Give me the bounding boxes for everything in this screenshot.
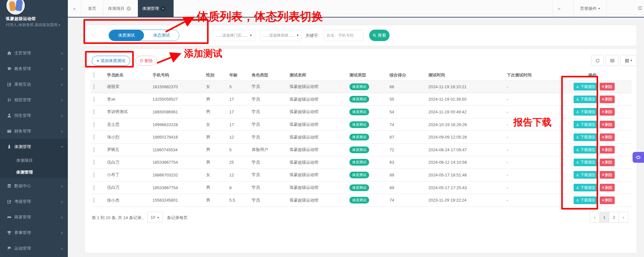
sidebar-item-user[interactable]: 招生管理‹ [0, 108, 68, 123]
prev-page-button[interactable]: ‹ [590, 212, 600, 223]
delete-row-button[interactable]: ×删除 [600, 146, 615, 153]
sidebar-item-person[interactable]: 体测管理‹ [0, 139, 68, 154]
chevron-left-icon: ‹ [61, 51, 63, 55]
cell-score: 63 [390, 160, 428, 165]
delete-row-button[interactable]: ×删除 [600, 159, 615, 166]
delete-row-button[interactable]: ×删除 [600, 171, 615, 179]
download-report-label: 下载报告 [580, 122, 596, 127]
cell-teacher: 弧蒙超级运动馆 [290, 109, 349, 115]
download-report-button[interactable]: 下载报告 [574, 96, 598, 103]
store-select[interactable]: ......请选择门店...... ▼ [213, 30, 255, 41]
test-type-badge: 体质测试 [349, 83, 369, 90]
sidebar-item-database[interactable]: 数据中心‹ [0, 178, 68, 194]
sidebar-menu: 主页管理‹教务管理‹家校互动‹校区管理‹招生管理‹财务管理‹体测管理‹体测项目体… [0, 45, 68, 256]
chevron-left-icon: ‹ [61, 246, 63, 251]
row-checkbox[interactable] [94, 96, 94, 102]
tabs-scroll-right-button[interactable]: » [553, 0, 565, 17]
tab-tice-manage[interactable]: 体测管理 × [138, 0, 174, 17]
download-report-button[interactable]: 下载报告 [574, 108, 598, 116]
sidebar-item-credit-card[interactable]: 财务管理‹ [0, 123, 68, 139]
download-report-button[interactable]: 下载报告 [574, 159, 598, 166]
table-columns-button[interactable]: ▼ [620, 55, 637, 66]
delete-row-button[interactable]: ×删除 [600, 196, 615, 204]
delete-row-button[interactable]: ×删除 [600, 96, 615, 103]
tab-home[interactable]: 首页 [81, 0, 104, 17]
tabs-scroll-left-button[interactable]: « [68, 0, 81, 17]
delete-row-button[interactable]: ×删除 [600, 133, 615, 141]
table-row: 张小烈18950178416男12学员弧蒙超级运动馆体质测试872024-09-… [90, 131, 632, 144]
search-button[interactable]: 搜索 [369, 30, 390, 41]
delete-row-button[interactable]: ×删除 [600, 121, 615, 128]
page-button-1[interactable]: 1 [599, 212, 609, 223]
download-report-button[interactable]: 下载报告 [574, 146, 598, 153]
delete-button-label: 删除 [145, 58, 153, 64]
cell-score: 74 [390, 198, 428, 203]
cell-next: - [507, 135, 574, 139]
download-report-button[interactable]: 下载报告 [574, 196, 598, 204]
sidebar-item-label: 招生管理 [14, 113, 31, 118]
add-tizhi-test-button[interactable]: + 添加体质测试 [92, 56, 130, 66]
row-checkbox[interactable] [94, 185, 94, 190]
refresh-icon [596, 59, 600, 63]
download-report-label: 下载报告 [580, 109, 596, 115]
sidebar-item-graduation-cap[interactable]: 教务管理‹ [0, 61, 68, 76]
sidebar-item-edit-square[interactable]: 家校互动‹ [0, 76, 68, 92]
table-refresh-button[interactable] [591, 55, 604, 66]
delete-row-button[interactable]: ×删除 [600, 184, 615, 191]
cell-time: 2024-05-17 18:51:48 [428, 173, 507, 177]
tab-tice-items[interactable]: 体测项目 × [104, 0, 138, 17]
download-report-button[interactable]: 下载报告 [574, 121, 598, 128]
delete-row-button[interactable]: ×删除 [600, 83, 615, 90]
cell-time: 2024-06-12 14:10:58 [428, 160, 507, 165]
sidebar-item-sort-amount[interactable]: 校区管理‹ [0, 92, 68, 108]
sidebar-item-trophy[interactable]: 赛事管理‹ [0, 225, 68, 240]
toggle-tizhi-test[interactable]: 体质测试 [109, 30, 144, 41]
page-button-2[interactable]: 2 [609, 212, 619, 223]
download-icon [576, 148, 579, 152]
sidebar-item-edit-square[interactable]: 考级管理‹ [0, 194, 68, 209]
tab-operations-dropdown[interactable]: 页签操作 ▾ [573, 0, 607, 17]
cell-phone: 18533667754 [153, 160, 206, 165]
cell-time: 2024-10-19 16:29:26 [428, 122, 507, 127]
sidebar-subitem-tice-manage[interactable]: 体测管理 [0, 166, 68, 178]
row-checkbox[interactable] [94, 172, 94, 178]
row-checkbox[interactable] [94, 109, 94, 115]
row-checkbox[interactable] [94, 160, 94, 165]
brand-avatar[interactable] [6, 0, 25, 15]
refresh-tab-button[interactable]: 刷新 [627, 0, 644, 17]
row-checkbox[interactable] [94, 122, 94, 127]
sidebar-item-handshake[interactable]: 商家管理‹ [0, 209, 68, 225]
next-page-button[interactable]: › [619, 212, 628, 223]
row-checkbox[interactable] [94, 147, 94, 153]
toggle-titai-test[interactable]: 体态测试 [144, 30, 179, 41]
download-icon [576, 135, 579, 139]
sidebar-item-home[interactable]: 主页管理‹ [0, 45, 68, 61]
close-icon[interactable]: × [126, 6, 131, 11]
batch-delete-button[interactable]: 删除 [135, 56, 157, 66]
user-role-dropdown[interactable]: 代理人,体测老师,高级版加盟商 ▾ [6, 22, 61, 28]
keyword-input[interactable] [324, 30, 363, 41]
download-report-button[interactable]: 下载报告 [574, 133, 598, 141]
download-report-button[interactable]: 下载报告 [574, 83, 598, 90]
sidebar-item-flag[interactable]: 运动管理‹ [0, 240, 68, 256]
x-icon: × [602, 122, 604, 127]
select-all-checkbox[interactable] [94, 72, 94, 78]
sidebar-subitem-tice-items[interactable]: 体测项目 [0, 154, 68, 166]
cell-next: - [507, 185, 574, 190]
row-checkbox[interactable] [94, 197, 94, 203]
close-icon[interactable]: × [161, 6, 165, 11]
row-checkbox[interactable] [94, 134, 94, 140]
pagination-bar: 第 1 到 10 条, 共 14 条记录。 10 ▲ 条记录每页 ‹ 12 › [90, 212, 632, 223]
page-size-dropdown[interactable]: 10 ▲ [147, 212, 163, 223]
flag-icon [7, 246, 11, 251]
table-view-toggle-button[interactable] [606, 55, 619, 66]
translate-extension-widget[interactable] [633, 152, 644, 163]
class-select[interactable]: ......请选择班级...... ▼ [260, 30, 302, 41]
delete-row-label: 删除 [605, 84, 612, 89]
download-report-button[interactable]: 下载报告 [574, 184, 598, 191]
download-report-button[interactable]: 下载报告 [574, 171, 598, 179]
chevron-left-icon: ‹ [60, 146, 64, 147]
delete-row-button[interactable]: ×删除 [600, 108, 615, 116]
cell-role: 学员 [252, 84, 290, 89]
row-checkbox[interactable] [94, 84, 94, 89]
